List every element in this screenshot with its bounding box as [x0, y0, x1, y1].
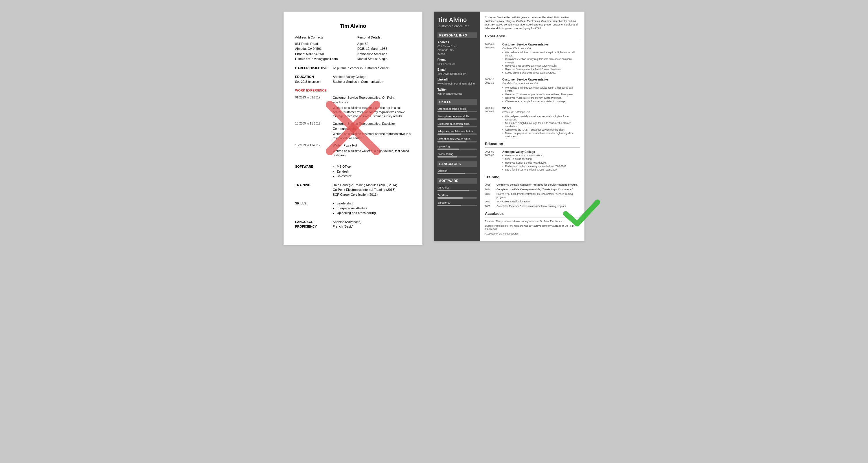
skill-bar-fill — [437, 156, 457, 157]
software-item: Salesforce — [437, 201, 477, 206]
software-item: MS Office — [437, 186, 477, 191]
skill-item: Up-selling and cross-selling — [337, 210, 411, 215]
career-objective-section: CAREER OBJECTIVE To pursue a career in C… — [295, 66, 411, 71]
software-bar-bg — [437, 205, 477, 206]
accolades-header: Accolades — [485, 211, 580, 218]
education-degree: Bachelor Studies in Communication — [333, 79, 411, 84]
work-content: Customer Service Representative, On Poin… — [333, 95, 411, 118]
linkedin-label: LinkedIn — [437, 78, 477, 81]
exp-dates: 2005-06 -2009-09 — [485, 106, 502, 138]
exp-details: Customer Service RepresentativeOn Point … — [502, 42, 580, 75]
software-header: Software — [437, 178, 477, 183]
email-value: TimTAlvino@gmail.com — [437, 72, 477, 76]
skill-bar-fill — [437, 134, 461, 135]
skill-bar-fill — [437, 148, 459, 150]
email: E-mail: timTalvino@gmail.com — [295, 56, 349, 62]
work-dates: 10-2009 to 11-2012 — [295, 143, 333, 157]
training-entry: 2013Scored 97% in On Point Electronics' … — [485, 193, 580, 199]
skill-bar-bg — [437, 111, 477, 112]
bad-resume-name: Tim Alvino — [295, 23, 411, 29]
training-desc: SCP Career Certification Exam — [496, 200, 580, 204]
experiences-container: 2013-01 -2017-03Customer Service Represe… — [485, 42, 580, 139]
software-item: Zendesk — [337, 169, 411, 174]
edu-school: Antelope Valley College — [502, 150, 580, 154]
skill-label: Cross-selling — [437, 152, 477, 155]
exp-bullet: Worked passionately in customer service … — [502, 115, 580, 121]
software-list: MS OfficeZendeskSalesforce — [437, 186, 477, 206]
exp-dates: 2009-10 -2012-11 — [485, 78, 502, 104]
edu-dates: 2005-09 -2009-05 — [485, 150, 502, 171]
contacts-right: Personal Details Age: 32 DOB: 12 March 1… — [357, 35, 411, 62]
skill-label: Solid communication skills. — [437, 122, 477, 125]
exp-bullet: Named employee of the month three times … — [502, 132, 580, 138]
edu-bullet: Led a fundraiser for the local Green Tea… — [502, 168, 580, 171]
address-line2: Almeda, CA 94501 — [295, 46, 349, 52]
exp-dates: 2013-01 -2017-03 — [485, 42, 502, 75]
exp-details: Customer Service RepresentativeExcelsior… — [502, 78, 580, 104]
nationality: Nationality: American — [357, 52, 411, 57]
exp-bullet: Maintained a high tip average thanks to … — [502, 122, 580, 128]
software-bar-fill — [437, 205, 461, 206]
education-header: Education — [485, 141, 580, 148]
training-entry: 2014Completed the Dale Carnegie module, … — [485, 188, 580, 192]
skill-item: Interpersonal Abilities — [337, 206, 411, 211]
exp-company: Pizza Hut, Antelope, CA — [502, 110, 580, 114]
skills-label: SKILLS — [295, 201, 333, 215]
experience-header: Experience — [485, 34, 580, 40]
training-entry: 2015Completed the Dale Carnegie "Attitud… — [485, 183, 580, 187]
work-content: Waiter, Pizza HutWorked as a full time w… — [333, 143, 411, 157]
good-summary: Customer Service Rep with 8+ years exper… — [485, 16, 580, 30]
skill-item: Exceptional telesales skills. — [437, 137, 477, 142]
skill-label: Up-selling — [437, 145, 477, 148]
training-year: 2014 — [485, 188, 496, 192]
work-dates: 01-2013 to 03-2017 — [295, 95, 333, 118]
skills-content: LeadershipInterpersonal AbilitiesUp-sell… — [333, 201, 411, 215]
good-main: Customer Service Rep with 8+ years exper… — [480, 11, 585, 241]
training-year: 2015 — [485, 183, 496, 187]
edu-bullet: Received Senior Scholar Award 2009. — [502, 161, 580, 165]
training-content: Dale Carnegie Training Modules (2015, 20… — [333, 183, 411, 197]
work-entries-container: 01-2013 to 03-2017Customer Service Repre… — [295, 95, 411, 160]
education-entry: 2005-09 -2009-05Antelope Valley CollegeR… — [485, 150, 580, 171]
resume-good: Tim Alvino Customer Service Rep Personal… — [434, 11, 585, 241]
exp-bullet: Received "Associate of the Month" award … — [502, 68, 580, 71]
language-content: Spanish (Advanced) French (Basic) — [333, 220, 411, 229]
exp-bullets: Worked passionately in customer service … — [502, 115, 580, 138]
skill-bar-bg — [437, 134, 477, 135]
career-objective-text: To pursue a career in Customer Service. — [333, 66, 411, 71]
edu-bullet: Minor in public speaking. — [502, 157, 580, 161]
contacts-row: Address & Contacts 831 Rasle Road Almeda… — [295, 35, 411, 62]
skill-item: Strong leadership skills. — [437, 107, 477, 112]
work-dates: 10-2009 to 11-2012 — [295, 121, 333, 140]
exp-job-title: Customer Service Representative — [502, 78, 580, 82]
good-name: Tim Alvino — [437, 16, 477, 23]
experience-entry: 2005-06 -2009-09WaiterPizza Hut, Antelop… — [485, 106, 580, 138]
language-item: Spanish — [437, 169, 477, 174]
work-title: Customer Service Representative, On Poin… — [333, 95, 411, 105]
work-content: Customer Service Representative, Excelsi… — [333, 121, 411, 140]
software-label: MS Office — [437, 186, 477, 189]
training-desc: Completed the Dale Carnegie "Attitudes f… — [496, 183, 580, 187]
exp-details: WaiterPizza Hut, Antelope, CAWorked pass… — [502, 106, 580, 138]
work-experience-section: WORK EXPERIENCE 01-2013 to 03-2017Custom… — [295, 88, 411, 160]
edu-bullet: Participated in the community outreach d… — [502, 165, 580, 168]
training-label: TRAINING — [295, 183, 333, 197]
marital: Marital Status: Single — [357, 56, 411, 62]
skills-header: Skills — [437, 99, 477, 105]
edu-bullets: Received B.A. in Communications.Minor in… — [502, 154, 580, 171]
resume-bad: Tim Alvino Address & Contacts 831 Rasle … — [283, 11, 423, 245]
software-section: SOFTWARE MS OfficeZendeskSalesforce — [295, 164, 411, 179]
exp-bullet: Received "Customer Appreciation" bonus i… — [502, 93, 580, 96]
accolade-item: Associate of the month awards. — [485, 232, 580, 236]
software-item: MS Office — [337, 164, 411, 169]
skill-item: Cross-selling — [437, 152, 477, 157]
exp-bullet: Received "Associate of the Month" award … — [502, 96, 580, 99]
exp-bullet: Received 99% positive customer survey re… — [502, 64, 580, 67]
exp-bullet: Speed on calls was 10% above team averag… — [502, 71, 580, 75]
work-title: Waiter, Pizza Hut — [333, 143, 411, 148]
linkedin-value: www.linkedin.com/in/tim-alvino — [437, 82, 477, 85]
training-year: 2011 — [485, 200, 496, 204]
languages-list: Spanish — [437, 169, 477, 174]
software-bar-bg — [437, 190, 477, 191]
work-title: Customer Service Representative, Excelsi… — [333, 121, 411, 131]
